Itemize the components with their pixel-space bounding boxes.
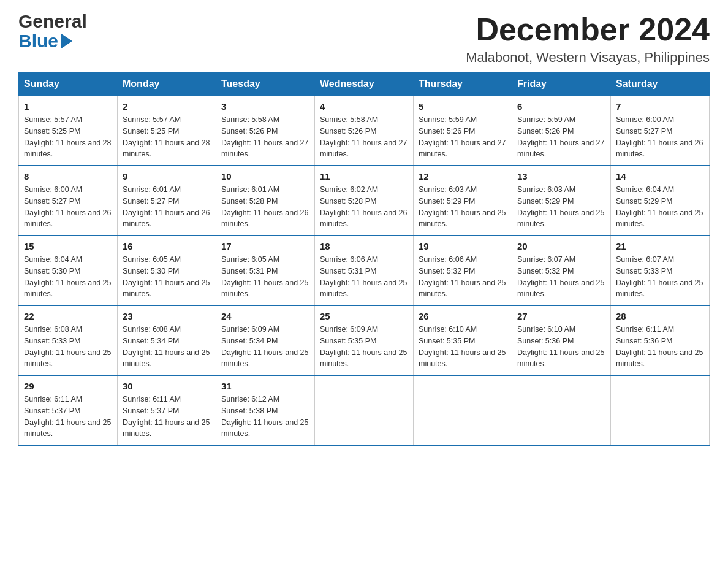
day-number: 14: [616, 171, 704, 182]
title-block: December 2024 Malabonot, Western Visayas…: [466, 12, 710, 66]
calendar-cell: 21 Sunrise: 6:07 AM Sunset: 5:33 PM Dayl…: [611, 236, 710, 305]
day-info: Sunrise: 6:01 AM Sunset: 5:28 PM Dayligh…: [221, 184, 309, 230]
calendar-cell: 18 Sunrise: 6:06 AM Sunset: 5:31 PM Dayl…: [315, 236, 414, 305]
day-number: 19: [419, 241, 507, 251]
logo-general-text: General: [18, 12, 87, 31]
calendar-cell: 29 Sunrise: 6:11 AM Sunset: 5:37 PM Dayl…: [19, 375, 118, 445]
day-number: 7: [616, 101, 704, 112]
calendar-week-row: 22 Sunrise: 6:08 AM Sunset: 5:33 PM Dayl…: [19, 305, 710, 375]
calendar-cell: 15 Sunrise: 6:04 AM Sunset: 5:30 PM Dayl…: [19, 236, 118, 305]
calendar-header-row: SundayMondayTuesdayWednesdayThursdayFrid…: [19, 72, 710, 96]
day-number: 12: [419, 171, 507, 182]
day-info: Sunrise: 6:06 AM Sunset: 5:32 PM Dayligh…: [419, 254, 507, 300]
day-of-week-header: Thursday: [414, 72, 512, 96]
day-number: 1: [24, 101, 112, 112]
calendar-cell: [315, 375, 414, 445]
logo: General Blue: [18, 12, 87, 50]
day-info: Sunrise: 5:57 AM Sunset: 5:25 PM Dayligh…: [123, 114, 211, 160]
day-number: 5: [419, 101, 507, 112]
day-info: Sunrise: 6:04 AM Sunset: 5:29 PM Dayligh…: [616, 184, 704, 230]
day-info: Sunrise: 6:02 AM Sunset: 5:28 PM Dayligh…: [320, 184, 408, 230]
day-of-week-header: Friday: [512, 72, 611, 96]
day-of-week-header: Wednesday: [315, 72, 414, 96]
day-info: Sunrise: 6:09 AM Sunset: 5:35 PM Dayligh…: [320, 324, 408, 370]
day-number: 26: [419, 311, 507, 321]
calendar-cell: 30 Sunrise: 6:11 AM Sunset: 5:37 PM Dayl…: [118, 375, 216, 445]
day-number: 2: [123, 101, 211, 112]
calendar-cell: 8 Sunrise: 6:00 AM Sunset: 5:27 PM Dayli…: [19, 166, 118, 236]
day-info: Sunrise: 6:05 AM Sunset: 5:30 PM Dayligh…: [123, 254, 211, 300]
calendar-cell: 28 Sunrise: 6:11 AM Sunset: 5:36 PM Dayl…: [611, 305, 710, 375]
day-info: Sunrise: 6:10 AM Sunset: 5:36 PM Dayligh…: [517, 324, 605, 370]
day-of-week-header: Sunday: [19, 72, 118, 96]
day-info: Sunrise: 6:06 AM Sunset: 5:31 PM Dayligh…: [320, 254, 408, 300]
day-number: 18: [320, 241, 408, 251]
calendar-cell: 14 Sunrise: 6:04 AM Sunset: 5:29 PM Dayl…: [611, 166, 710, 236]
calendar-cell: 23 Sunrise: 6:08 AM Sunset: 5:34 PM Dayl…: [118, 305, 216, 375]
day-number: 9: [123, 171, 211, 182]
calendar-cell: 13 Sunrise: 6:03 AM Sunset: 5:29 PM Dayl…: [512, 166, 611, 236]
calendar-cell: 2 Sunrise: 5:57 AM Sunset: 5:25 PM Dayli…: [118, 96, 216, 166]
calendar-cell: 25 Sunrise: 6:09 AM Sunset: 5:35 PM Dayl…: [315, 305, 414, 375]
calendar-cell: 24 Sunrise: 6:09 AM Sunset: 5:34 PM Dayl…: [216, 305, 315, 375]
day-info: Sunrise: 6:00 AM Sunset: 5:27 PM Dayligh…: [616, 114, 704, 160]
day-number: 6: [517, 101, 605, 112]
page-title: December 2024: [466, 12, 710, 47]
day-number: 24: [221, 311, 309, 321]
day-number: 22: [24, 311, 112, 321]
day-number: 30: [123, 381, 211, 391]
day-info: Sunrise: 6:11 AM Sunset: 5:37 PM Dayligh…: [24, 394, 112, 440]
day-info: Sunrise: 6:11 AM Sunset: 5:37 PM Dayligh…: [123, 394, 211, 440]
calendar-cell: 9 Sunrise: 6:01 AM Sunset: 5:27 PM Dayli…: [118, 166, 216, 236]
day-info: Sunrise: 5:58 AM Sunset: 5:26 PM Dayligh…: [221, 114, 309, 160]
day-number: 20: [517, 241, 605, 251]
day-number: 15: [24, 241, 112, 251]
day-of-week-header: Saturday: [611, 72, 710, 96]
day-info: Sunrise: 6:07 AM Sunset: 5:32 PM Dayligh…: [517, 254, 605, 300]
calendar-cell: 1 Sunrise: 5:57 AM Sunset: 5:25 PM Dayli…: [19, 96, 118, 166]
logo-blue-text: Blue: [18, 32, 58, 50]
day-number: 10: [221, 171, 309, 182]
calendar-cell: 31 Sunrise: 6:12 AM Sunset: 5:38 PM Dayl…: [216, 375, 315, 445]
calendar-cell: 19 Sunrise: 6:06 AM Sunset: 5:32 PM Dayl…: [414, 236, 512, 305]
page-subtitle: Malabonot, Western Visayas, Philippines: [466, 50, 710, 66]
day-info: Sunrise: 6:03 AM Sunset: 5:29 PM Dayligh…: [419, 184, 507, 230]
day-number: 27: [517, 311, 605, 321]
day-number: 3: [221, 101, 309, 112]
day-info: Sunrise: 5:59 AM Sunset: 5:26 PM Dayligh…: [419, 114, 507, 160]
day-info: Sunrise: 6:09 AM Sunset: 5:34 PM Dayligh…: [221, 324, 309, 370]
day-info: Sunrise: 6:04 AM Sunset: 5:30 PM Dayligh…: [24, 254, 112, 300]
day-info: Sunrise: 6:12 AM Sunset: 5:38 PM Dayligh…: [221, 394, 309, 440]
day-info: Sunrise: 6:07 AM Sunset: 5:33 PM Dayligh…: [616, 254, 704, 300]
day-of-week-header: Monday: [118, 72, 216, 96]
calendar-cell: 3 Sunrise: 5:58 AM Sunset: 5:26 PM Dayli…: [216, 96, 315, 166]
day-info: Sunrise: 6:10 AM Sunset: 5:35 PM Dayligh…: [419, 324, 507, 370]
calendar-week-row: 29 Sunrise: 6:11 AM Sunset: 5:37 PM Dayl…: [19, 375, 710, 445]
day-of-week-header: Tuesday: [216, 72, 315, 96]
calendar-week-row: 1 Sunrise: 5:57 AM Sunset: 5:25 PM Dayli…: [19, 96, 710, 166]
calendar-cell: 20 Sunrise: 6:07 AM Sunset: 5:32 PM Dayl…: [512, 236, 611, 305]
calendar-cell: 27 Sunrise: 6:10 AM Sunset: 5:36 PM Dayl…: [512, 305, 611, 375]
header: General Blue December 2024 Malabonot, We…: [18, 12, 710, 66]
calendar-cell: 5 Sunrise: 5:59 AM Sunset: 5:26 PM Dayli…: [414, 96, 512, 166]
day-info: Sunrise: 6:05 AM Sunset: 5:31 PM Dayligh…: [221, 254, 309, 300]
day-number: 13: [517, 171, 605, 182]
calendar-cell: [512, 375, 611, 445]
calendar-cell: 10 Sunrise: 6:01 AM Sunset: 5:28 PM Dayl…: [216, 166, 315, 236]
calendar-cell: 22 Sunrise: 6:08 AM Sunset: 5:33 PM Dayl…: [19, 305, 118, 375]
calendar-cell: [414, 375, 512, 445]
day-number: 21: [616, 241, 704, 251]
day-number: 17: [221, 241, 309, 251]
day-info: Sunrise: 6:00 AM Sunset: 5:27 PM Dayligh…: [24, 184, 112, 230]
day-number: 11: [320, 171, 408, 182]
calendar-week-row: 15 Sunrise: 6:04 AM Sunset: 5:30 PM Dayl…: [19, 236, 710, 305]
day-info: Sunrise: 5:57 AM Sunset: 5:25 PM Dayligh…: [24, 114, 112, 160]
calendar-cell: 17 Sunrise: 6:05 AM Sunset: 5:31 PM Dayl…: [216, 236, 315, 305]
day-number: 4: [320, 101, 408, 112]
calendar-cell: 4 Sunrise: 5:58 AM Sunset: 5:26 PM Dayli…: [315, 96, 414, 166]
calendar-cell: 7 Sunrise: 6:00 AM Sunset: 5:27 PM Dayli…: [611, 96, 710, 166]
logo-arrow-icon: [61, 34, 72, 48]
day-number: 8: [24, 171, 112, 182]
calendar-cell: 11 Sunrise: 6:02 AM Sunset: 5:28 PM Dayl…: [315, 166, 414, 236]
day-info: Sunrise: 6:08 AM Sunset: 5:34 PM Dayligh…: [123, 324, 211, 370]
